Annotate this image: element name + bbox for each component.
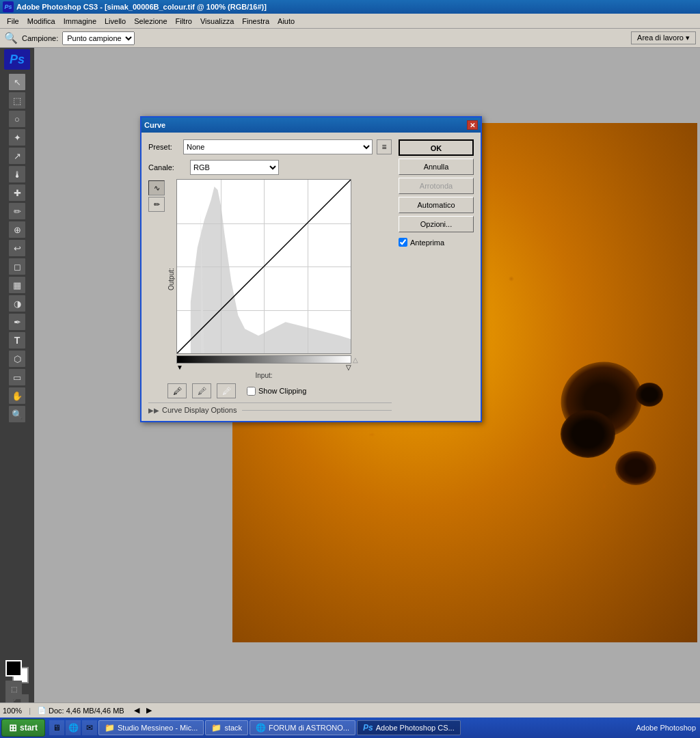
histogram-svg [177,180,351,353]
curve-dialog: Curve ✕ Preset: None ≡ Canale: RGB Rosso… [140,116,482,422]
gray-point-eyedropper[interactable]: 🖉 [192,383,211,398]
menu-visualizza[interactable]: Visualizza [196,16,238,27]
preset-label: Preset: [148,143,179,151]
history-brush-tool[interactable]: ↩ [9,240,25,256]
curve-canvas[interactable] [176,179,351,354]
hand-tool[interactable]: ✋ [9,387,25,404]
start-button[interactable]: ⊞ start [1,719,45,737]
quicklaunch-icon-2[interactable]: 🌐 [66,720,81,735]
taskbar-item-forum[interactable]: 🌐 FORUM di ASTRONO... [250,720,355,735]
shape-tool[interactable]: ▭ [9,369,25,385]
preset-options-button[interactable]: ≡ [377,139,392,154]
text-tool[interactable]: T [9,332,25,348]
menu-modifica[interactable]: Modifica [23,16,59,27]
display-options-arrow[interactable]: ▶▶ [148,407,159,414]
automatico-button[interactable]: Automatico [399,197,474,213]
stack-icon: 📁 [211,723,221,733]
display-options-line [242,410,392,411]
stamp-tool[interactable]: ⊕ [9,221,25,238]
menu-aiuto[interactable]: Aiuto [273,16,299,27]
magic-wand-tool[interactable]: ✦ [9,129,25,146]
pen-tool[interactable]: ✒ [9,314,25,330]
campione-select[interactable]: Punto campione [62,31,135,45]
zoom-level: 100% [3,707,22,715]
heal-tool[interactable]: ✚ [9,184,25,201]
preset-select[interactable]: None [183,139,373,154]
path-tool[interactable]: ⬡ [9,351,25,367]
curve-area: ∿ ✏ Output: [148,179,392,379]
move-tool[interactable]: ↖ [9,74,25,90]
forum-icon: 🌐 [256,723,266,733]
show-clipping-container: Show Clipping [247,387,306,396]
menu-filtro[interactable]: Filtro [172,16,196,27]
foreground-color[interactable] [5,660,22,676]
select-tool[interactable]: ⬚ [9,92,25,109]
gradient-tool[interactable]: ▦ [9,277,25,293]
dialog-titlebar: Curve ✕ [142,118,481,133]
input-sliders-row: ▼ ▽ [176,364,351,371]
taskbar: ⊞ start 🖥 🌐 ✉ 📁 Studio Messineo - Mic...… [0,718,700,738]
options-bar: 🔍 Campione: Punto campione Area di lavor… [0,29,700,48]
taskbar-item-stack[interactable]: 📁 stack [205,720,248,735]
windows-logo: ⊞ [9,722,17,733]
doc-info-text: Doc: 4,46 MB/4,46 MB [49,707,124,715]
sidebar: Ps ↖ ⬚ ○ ✦ ↗ 🌡 ✚ ✏ ⊕ ↩ ◻ ▦ ◑ ✒ T ⬡ ▭ ✋ 🔍… [0,48,34,724]
annulla-button[interactable]: Annulla [399,159,474,175]
lasso-tool[interactable]: ○ [9,111,25,127]
dialog-body: Preset: None ≡ Canale: RGB Rosso Verde B… [142,133,481,421]
anteprima-checkbox[interactable] [399,238,407,247]
eyedropper-row: 🖉 🖉 🖉 Show Clipping [167,383,392,398]
black-point-slider[interactable]: ▼ [176,364,183,371]
photoshop-label: Adobe Photoshop CS... [376,724,455,732]
canale-label: Canale: [148,163,186,172]
ok-button[interactable]: OK [399,139,474,156]
forum-label: FORUM di ASTRONO... [269,724,349,732]
white-point-slider[interactable]: ▽ [346,364,351,371]
canale-select[interactable]: RGB Rosso Verde Blu [190,160,279,175]
quicklaunch-icon-3[interactable]: ✉ [82,720,97,735]
statusbar: 100% | 📄 Doc: 4,46 MB/4,46 MB ◀ ▶ [0,702,700,718]
output-label: Output: [167,192,175,367]
input-label-container: Input: [176,371,351,379]
curve-right-side: △ ▼ ▽ Input: [176,179,358,379]
workspace-button[interactable]: Area di lavoro ▾ [631,31,696,44]
quicklaunch-icon-1[interactable]: 🖥 [49,720,64,735]
eyedropper-tool[interactable]: 🌡 [9,166,25,182]
zoom-tool[interactable]: 🔍 [9,406,25,422]
eyedropper-icon: 🔍 [4,31,18,44]
menu-selezione[interactable]: Selezione [130,16,171,27]
show-clipping-label: Show Clipping [258,387,306,395]
dialog-title: Curve [144,121,165,129]
titlebar-text: Adobe Photoshop CS3 - [simak_00006B_colo… [16,3,267,11]
scroll-left[interactable]: ◀ [134,706,139,715]
bottom-gradient-strip [176,355,351,364]
curve-mode-smooth[interactable]: ∿ [148,180,165,195]
taskbar-item-photoshop[interactable]: Ps Adobe Photoshop CS... [357,720,461,735]
menu-finestra[interactable]: Finestra [238,16,273,27]
ps-logo: Ps [4,49,30,70]
menu-file[interactable]: File [3,16,23,27]
arrotonda-button[interactable]: Arrotonda [399,178,474,194]
input-label: Input: [255,372,272,379]
black-point-eyedropper[interactable]: 🖉 [167,383,187,398]
studio-icon: 📁 [105,723,115,733]
output-side: Output: [167,192,175,367]
brush-tool[interactable]: ✏ [9,203,25,219]
crop-tool[interactable]: ↗ [9,148,25,164]
white-point-eyedropper[interactable]: 🖉 [217,383,236,398]
close-button[interactable]: ✕ [467,120,478,130]
bottom-gradient-row: △ [176,355,358,364]
scroll-right[interactable]: ▶ [146,706,152,715]
dodge-tool[interactable]: ◑ [9,295,25,312]
display-options-label[interactable]: Curve Display Options [162,406,237,414]
taskbar-item-studio[interactable]: 📁 Studio Messineo - Mic... [98,720,204,735]
opzioni-button[interactable]: Opzioni... [399,216,474,232]
highlight-arrow: △ [353,356,358,364]
menu-immagine[interactable]: Immagine [59,16,100,27]
ps-icon: Ps [3,1,14,12]
menu-livello[interactable]: Livello [100,16,130,27]
curve-mode-pencil[interactable]: ✏ [148,197,165,212]
sunspot-3 [615,451,656,485]
show-clipping-checkbox[interactable] [247,387,256,396]
eraser-tool[interactable]: ◻ [9,258,25,275]
